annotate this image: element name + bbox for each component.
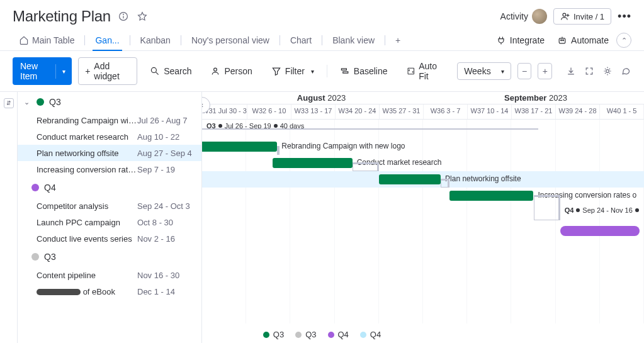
task-row[interactable]: Competitor analysisSep 24 - Oct 3	[18, 198, 201, 214]
svg-point-3	[563, 13, 566, 16]
gantt-bar[interactable]	[202, 142, 277, 152]
fullscreen-icon[interactable]	[583, 64, 595, 78]
new-item-button[interactable]: New Item ▾	[13, 57, 72, 85]
baseline-button[interactable]: Baseline	[334, 63, 394, 79]
baseline-icon	[340, 66, 350, 76]
zoom-out-button[interactable]: −	[517, 63, 532, 79]
task-row[interactable]: Launch PPC campaignOct 8 - 30	[18, 214, 201, 230]
autofit-icon	[407, 66, 415, 76]
chevron-down-icon: ⌄	[24, 98, 31, 106]
svg-rect-6	[559, 38, 565, 43]
svg-point-2	[123, 14, 123, 14]
tab-personal[interactable]: Noy's personal view	[185, 30, 276, 50]
add-view-button[interactable]: +	[389, 30, 407, 50]
automate-button[interactable]: Automate	[552, 31, 614, 49]
integrate-button[interactable]: Integrate	[491, 31, 550, 49]
info-icon[interactable]	[117, 10, 130, 23]
svg-rect-13	[341, 69, 346, 70]
search-icon	[150, 66, 160, 76]
svg-line-11	[156, 72, 159, 75]
task-row[interactable]: of eBookDec 1 - 14	[18, 283, 201, 300]
gantt-bar[interactable]	[273, 158, 352, 168]
board-header: Marketing Plan Activity Invite / 1 •••	[0, 0, 644, 30]
group-summary: Q4Sep 24 - Nov 16	[565, 206, 639, 214]
gantt-toolbar: New Item ▾ +Add widget Search Person Fil…	[0, 51, 644, 92]
svg-point-16	[606, 70, 609, 73]
svg-rect-15	[408, 68, 414, 74]
group-color-dot	[37, 98, 44, 106]
zoom-in-button[interactable]: +	[538, 63, 552, 79]
week-header: W31 Jul 30 - 3W32 6 - 10W33 13 - 17W34 2…	[202, 104, 644, 120]
gantt-bar[interactable]	[379, 174, 441, 184]
tab-blank[interactable]: Blank view	[326, 30, 381, 50]
group-color-dot	[31, 184, 39, 191]
collapse-header-button[interactable]: ⌃	[616, 33, 631, 48]
gantt-bar[interactable]	[560, 226, 640, 236]
task-row[interactable]: Increasing conversion rates o...Sep 7 - …	[18, 161, 201, 177]
task-row[interactable]: Content pipelineNov 16 - 30	[18, 267, 201, 283]
chevron-down-icon[interactable]: ▾	[55, 64, 72, 79]
week-cell: W37 10 - 14	[468, 104, 512, 119]
add-widget-button[interactable]: +Add widget	[78, 57, 137, 85]
task-row[interactable]: Conduct live events seriesNov 2 - 16	[18, 230, 201, 247]
legend-item[interactable]: Q3	[295, 330, 316, 339]
collapse-column: ⇵	[0, 92, 18, 343]
chevron-down-icon: ▾	[311, 68, 314, 75]
gantt-bar[interactable]	[449, 191, 533, 201]
tab-kanban[interactable]: Kanban	[134, 30, 177, 50]
robot-icon	[557, 35, 567, 45]
month-header: August 2023 September 2023	[202, 92, 644, 104]
task-row[interactable]: Plan networking offsiteAug 27 - Sep 4	[18, 145, 201, 161]
week-cell: W39 24 - 28	[556, 104, 600, 119]
task-row[interactable]: Conduct market researchAug 10 - 22	[18, 128, 201, 145]
svg-point-8	[563, 40, 564, 41]
group-name: Q3	[49, 97, 61, 107]
collapse-all-button[interactable]: ⇵	[4, 98, 14, 108]
home-icon	[19, 35, 29, 45]
task-row[interactable]: Rebranding Campaign with ne...Jul 26 - A…	[18, 112, 201, 128]
group-header-q3b[interactable]: Q3	[18, 247, 201, 267]
plug-icon	[496, 35, 506, 45]
board-title[interactable]: Marketing Plan	[13, 8, 111, 25]
tab-main-table[interactable]: Main Table	[13, 30, 81, 50]
legend: Q3 Q3 Q4 Q4	[0, 330, 644, 339]
svg-point-7	[561, 40, 562, 41]
tab-chart[interactable]: Chart	[284, 30, 318, 50]
week-cell: W33 13 - 17	[291, 104, 336, 119]
more-icon[interactable]: •••	[618, 10, 631, 23]
week-cell: W32 6 - 10	[247, 104, 291, 119]
person-filter-button[interactable]: Person	[204, 63, 258, 79]
search-button[interactable]: Search	[144, 63, 198, 79]
group-header-q3[interactable]: ⌄ Q3	[18, 92, 201, 112]
chevron-down-icon: ▾	[501, 68, 504, 75]
legend-item[interactable]: Q4	[328, 330, 349, 339]
month-august: August 2023	[215, 92, 427, 104]
month-september: September 2023	[427, 92, 644, 104]
week-cell: W36 3 - 7	[424, 104, 468, 119]
invite-button[interactable]: Invite / 1	[553, 8, 611, 25]
download-icon[interactable]	[565, 64, 577, 78]
week-cell: W35 27 - 31	[380, 104, 424, 119]
svg-point-10	[152, 67, 157, 72]
activity-button[interactable]: Activity	[500, 9, 547, 24]
legend-item[interactable]: Q3	[263, 330, 284, 339]
gantt-body: Q3Jul 26 - Sep 1940 days Rebranding Camp…	[202, 120, 644, 323]
gantt-chart[interactable]: ‹ August 2023 September 2023 W31 Jul 30 …	[202, 92, 644, 343]
settings-icon[interactable]	[601, 64, 613, 78]
filter-icon	[271, 66, 281, 76]
chat-icon[interactable]	[619, 64, 631, 78]
group-name: Q4	[44, 183, 56, 193]
gantt-workspace: ⇵ ⌄ Q3 Rebranding Campaign with ne...Jul…	[0, 92, 644, 343]
group-color-dot	[31, 253, 39, 261]
filter-button[interactable]: Filter▾	[265, 63, 320, 79]
legend-item[interactable]: Q4	[360, 330, 381, 339]
group-header-q4[interactable]: Q4	[18, 177, 201, 198]
timescale-select[interactable]: Weeks▾	[457, 62, 511, 80]
star-icon[interactable]	[136, 10, 149, 23]
task-list-panel: ⌄ Q3 Rebranding Campaign with ne...Jul 2…	[18, 92, 202, 343]
autofit-button[interactable]: Auto Fit	[400, 58, 451, 84]
tab-gantt[interactable]: Gan...	[89, 30, 125, 50]
group-name: Q3	[44, 252, 56, 262]
avatar	[532, 9, 547, 24]
svg-point-12	[214, 68, 217, 71]
